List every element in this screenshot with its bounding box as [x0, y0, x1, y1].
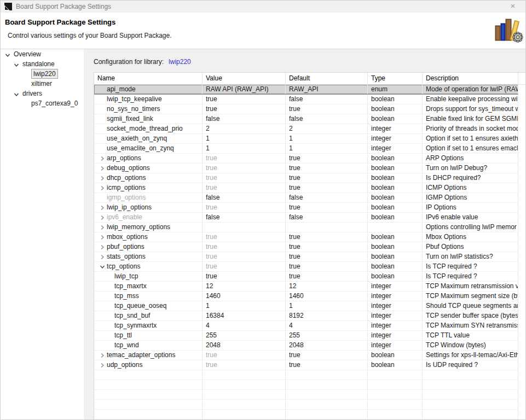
column-header-type[interactable]: Type [368, 73, 423, 85]
chevron-right-icon[interactable] [100, 176, 105, 181]
table-row[interactable]: tcp_queue_ooseq11integerShould TCP queue… [94, 301, 525, 311]
table-row[interactable]: tcp_synmaxrtx44integerTCP Maximum SYN re… [94, 321, 525, 331]
table-row[interactable] [94, 410, 525, 419]
table-row[interactable]: lwip_tcptruetruebooleanIs TCP required ? [94, 272, 525, 282]
table-row[interactable] [94, 370, 525, 380]
table-row[interactable]: use_emaclite_on_zynq11integerOption if s… [94, 144, 525, 154]
column-header-name[interactable]: Name [94, 73, 203, 85]
table-row[interactable]: dhcp_optionstruetruebooleanIs DHCP requi… [94, 173, 525, 183]
table-row[interactable]: ipv6_enablefalsefalsebooleanIPv6 enable … [94, 213, 525, 223]
chevron-right-icon[interactable] [100, 225, 105, 230]
table-row[interactable]: use_axieth_on_zynq11integerOption if set… [94, 134, 525, 144]
chevron-right-icon[interactable] [97, 154, 107, 163]
table-row-main: arp_optionstruetruebooleanARP Options [94, 154, 518, 164]
table-row[interactable]: pbuf_optionstruetruebooleanPbuf Options [94, 242, 525, 252]
sidebar-item-Overview[interactable]: Overview [1, 49, 84, 59]
table-row[interactable]: stats_optionstruetruebooleanTurn on lwIP… [94, 252, 525, 262]
chevron-right-icon[interactable] [100, 244, 105, 250]
type-cell: integer [368, 282, 423, 291]
chevron-right-icon[interactable] [97, 213, 107, 222]
table-row[interactable] [94, 400, 525, 410]
setting-name: dhcp_options [107, 173, 146, 183]
default-cell: false [286, 95, 368, 104]
chevron-right-icon[interactable] [97, 242, 107, 252]
table-row[interactable]: udp_optionstruetruebooleanIs UDP require… [94, 360, 525, 370]
chevron-right-icon[interactable] [97, 223, 107, 232]
table-row[interactable]: tcp_ttl255255integerTCP TTL value [94, 331, 525, 341]
type-cell: boolean [368, 272, 423, 281]
type-cell: boolean [368, 164, 423, 173]
value-cell: 255 [203, 331, 286, 340]
sidebar-item-drivers[interactable]: drivers [1, 89, 84, 98]
chevron-down-icon[interactable] [14, 62, 19, 68]
table-row[interactable]: lwip_tcp_keepalivetruefalsebooleanEnable… [94, 95, 525, 104]
chevron-right-icon[interactable] [97, 173, 107, 183]
sidebar-item-ps7_cortexa9_0[interactable]: ps7_cortexa9_0 [1, 98, 84, 108]
default-cell: false [286, 193, 368, 202]
table-row[interactable]: tcp_maxrtx1212integerTCP Maximum retrans… [94, 282, 525, 291]
library-link[interactable]: lwip220 [169, 58, 191, 66]
table-row-main [94, 380, 518, 390]
chevron-right-icon[interactable] [97, 252, 107, 261]
table-row[interactable] [94, 390, 525, 400]
close-icon[interactable]: × [505, 1, 521, 13]
chevron-down-icon[interactable] [100, 264, 105, 270]
description-cell: Enable fixed link for GEM SGMII a [423, 114, 518, 124]
sidebar-item-xiltimer[interactable]: xiltimer [1, 79, 84, 89]
description-cell [423, 390, 518, 399]
table-row-main: use_emaclite_on_zynq11integerOption if s… [94, 144, 518, 154]
chevron-right-icon[interactable] [97, 351, 107, 360]
table-row[interactable]: sgmii_fixed_linkfalsefalsebooleanEnable … [94, 114, 525, 124]
chevron-down-icon[interactable] [5, 52, 10, 58]
sidebar-item-lwip220[interactable]: lwip220 [1, 69, 84, 79]
description-cell [423, 380, 518, 389]
table-row[interactable]: tcp_wnd20482048integerTCP Window (bytes) [94, 341, 525, 351]
chevron-right-icon[interactable] [100, 363, 105, 368]
table-row[interactable]: api_modeRAW API (RAW_API)RAW_APIenumMode… [94, 85, 525, 95]
table-row[interactable]: igmp_optionsfalsefalsebooleanIGMP Option… [94, 193, 525, 203]
table-row[interactable]: socket_mode_thread_prio22integerPriority… [94, 124, 525, 134]
column-header-description[interactable]: Description [423, 73, 518, 85]
expander-spacer [97, 104, 107, 114]
name-cell [94, 390, 203, 399]
setting-name: lwip_ip_options [107, 203, 152, 212]
chevron-right-icon[interactable] [97, 164, 107, 173]
table-row[interactable] [94, 380, 525, 390]
value-cell: RAW API (RAW_API) [203, 85, 286, 94]
chevron-right-icon[interactable] [100, 353, 105, 358]
chevron-right-icon[interactable] [97, 232, 107, 242]
row-filler [518, 95, 525, 104]
name-cell: sgmii_fixed_link [94, 114, 203, 124]
column-header-default[interactable]: Default [286, 73, 368, 85]
table-row[interactable]: tcp_mss14601460integerTCP Maximum segmen… [94, 291, 525, 301]
chevron-right-icon[interactable] [100, 156, 105, 161]
setting-name: tcp_snd_buf [114, 311, 150, 320]
table-row[interactable]: lwip_memory_optionsOptions controlling l… [94, 223, 525, 232]
table-row[interactable]: tcp_optionstruetruebooleanIs TCP require… [94, 262, 525, 272]
table-row[interactable]: temac_adapter_optionstruetruebooleanSett… [94, 351, 525, 360]
chevron-right-icon[interactable] [97, 183, 107, 192]
chevron-right-icon[interactable] [100, 254, 105, 260]
chevron-down-icon[interactable] [97, 262, 107, 271]
table-row[interactable]: icmp_optionstruetruebooleanICMP Options [94, 183, 525, 193]
name-cell [94, 380, 203, 389]
chevron-right-icon[interactable] [97, 203, 107, 212]
chevron-right-icon[interactable] [100, 215, 105, 220]
chevron-right-icon[interactable] [100, 166, 105, 171]
table-row[interactable]: mbox_optionstruetruebooleanMbox Options [94, 232, 525, 242]
table-row[interactable]: debug_optionstruetruebooleanTurn on lwIP… [94, 164, 525, 173]
value-cell: 12 [203, 282, 286, 291]
column-header-value[interactable]: Value [203, 73, 286, 85]
chevron-right-icon[interactable] [100, 235, 105, 240]
table-row[interactable]: tcp_snd_buf163848192integerTCP sender bu… [94, 311, 525, 321]
table-row[interactable]: no_sys_no_timerstruetruebooleanDrops sup… [94, 104, 525, 114]
chevron-down-icon[interactable] [14, 92, 19, 97]
chevron-right-icon[interactable] [97, 360, 107, 370]
table-row[interactable]: lwip_ip_optionstruetruebooleanIP Options [94, 203, 525, 213]
table-row[interactable]: arp_optionstruetruebooleanARP Options [94, 154, 525, 164]
description-cell: Is TCP required ? [423, 272, 518, 281]
sidebar-item-standalone[interactable]: standalone [1, 59, 84, 69]
default-cell: 1 [286, 301, 368, 311]
chevron-right-icon[interactable] [100, 185, 105, 191]
chevron-right-icon[interactable] [100, 205, 105, 211]
